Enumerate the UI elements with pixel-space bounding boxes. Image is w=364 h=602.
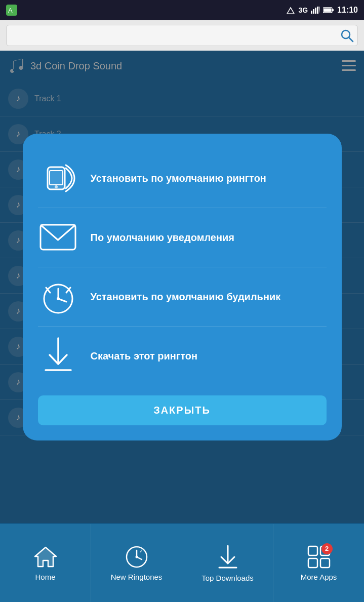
set-notification-option[interactable]: По умолчанию уведомления	[38, 208, 327, 267]
svg-marker-7	[318, 7, 320, 14]
nav-item-more-apps[interactable]: 2 More Apps	[273, 524, 364, 602]
top-downloads-label: Top Downloads	[201, 574, 254, 582]
set-ringtone-text: Установить по умолчанию рингтон	[91, 172, 266, 185]
wifi-icon	[286, 7, 295, 14]
search-button[interactable]	[340, 28, 354, 43]
set-alarm-option[interactable]: Установить по умолчанию будильник	[38, 267, 327, 327]
modal-overlay[interactable]: Установить по умолчанию рингтон По умолч…	[0, 51, 364, 523]
bottom-nav: Home ♪ New Ringtones Top Downloads	[0, 523, 364, 602]
android-logo: A	[6, 5, 17, 16]
modal-dialog: Установить по умолчанию рингтон По умолч…	[23, 134, 342, 440]
svg-point-26	[57, 297, 60, 300]
more-apps-icon: 2	[307, 545, 331, 569]
home-label: Home	[35, 573, 55, 581]
set-alarm-text: Установить по умолчанию будильник	[91, 290, 281, 303]
svg-rect-38	[308, 546, 317, 555]
search-bar	[0, 20, 364, 51]
search-input[interactable]	[6, 25, 358, 46]
svg-rect-10	[324, 9, 332, 12]
svg-rect-5	[315, 8, 316, 14]
new-ringtones-label: New Ringtones	[111, 573, 163, 581]
nav-item-top-downloads[interactable]: Top Downloads	[182, 524, 273, 602]
set-ringtone-option[interactable]: Установить по умолчанию рингтон	[38, 149, 327, 208]
svg-rect-3	[311, 11, 312, 14]
svg-rect-9	[332, 9, 334, 11]
svg-point-34	[135, 555, 138, 558]
phone-vibrate-icon	[38, 158, 78, 198]
download-option[interactable]: Скачать этот рингтон	[38, 327, 327, 385]
clock-icon	[38, 276, 78, 317]
search-icon	[340, 28, 354, 43]
close-button[interactable]: ЗАКРЫТЬ	[38, 395, 327, 425]
battery-icon	[323, 7, 334, 14]
more-apps-label: More Apps	[301, 573, 337, 581]
more-apps-badge: 2	[321, 543, 333, 554]
svg-rect-40	[308, 558, 317, 568]
svg-text:A: A	[8, 7, 13, 14]
network-label: 3G	[298, 6, 308, 14]
envelope-icon	[38, 217, 78, 258]
time-label: 11:10	[337, 6, 358, 15]
svg-line-12	[349, 37, 353, 42]
svg-rect-41	[320, 558, 330, 568]
svg-point-19	[55, 185, 58, 188]
set-notification-text: По умолчанию уведомления	[91, 231, 235, 244]
new-ringtones-icon: ♪	[125, 545, 148, 569]
status-icons: 3G 11:10	[286, 6, 358, 15]
status-bar: A 3G 11:10	[0, 0, 364, 20]
home-icon	[34, 545, 57, 569]
download-text: Скачать этот рингтон	[91, 349, 198, 363]
signal-icon	[311, 7, 320, 14]
download-icon	[38, 336, 78, 376]
search-wrapper	[6, 25, 358, 46]
svg-marker-30	[35, 547, 56, 567]
svg-rect-4	[313, 9, 314, 14]
svg-marker-2	[287, 8, 294, 14]
top-downloads-icon	[216, 544, 239, 570]
svg-rect-6	[317, 7, 318, 14]
nav-item-home[interactable]: Home	[0, 524, 91, 602]
nav-item-new-ringtones[interactable]: ♪ New Ringtones	[91, 524, 182, 602]
svg-text:♪: ♪	[139, 547, 142, 554]
